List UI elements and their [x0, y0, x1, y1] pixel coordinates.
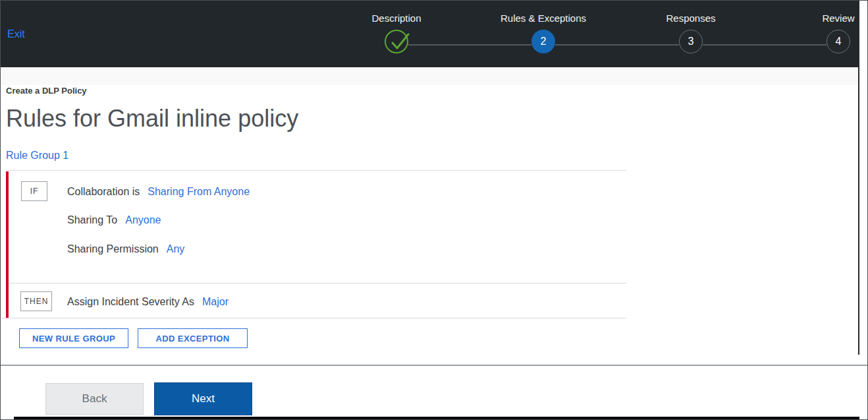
condition-value-link[interactable]: Anyone: [125, 214, 161, 225]
step-label: Rules & Exceptions: [477, 13, 609, 24]
step-rules-exceptions[interactable]: Rules & Exceptions 2: [477, 13, 609, 53]
new-rule-group-button[interactable]: NEW RULE GROUP: [19, 328, 128, 348]
subheader-strip: [1, 67, 858, 85]
condition-row: Collaboration isSharing From Anyone: [67, 186, 250, 198]
step-label: Responses: [625, 13, 757, 24]
content-right-border: [858, 1, 859, 355]
then-badge: THEN: [20, 291, 52, 311]
step-circle-complete: [385, 30, 408, 53]
step-responses[interactable]: Responses 3: [625, 13, 757, 53]
next-button[interactable]: Next: [154, 382, 252, 415]
rule-bottom-divider: [2, 318, 626, 318]
if-then-divider: [9, 283, 626, 284]
wizard-header-bar: Exit Description Rules & Exceptions 2 Re…: [1, 1, 858, 67]
rule-group-link[interactable]: Rule Group 1: [6, 150, 68, 162]
step-number: 2: [541, 36, 547, 47]
condition-row: Sharing PermissionAny: [67, 243, 184, 255]
page-title: Rules for Gmail inline policy: [6, 105, 298, 133]
dlp-policy-wizard-window: Exit Description Rules & Exceptions 2 Re…: [0, 0, 868, 420]
back-button[interactable]: Back: [45, 383, 144, 415]
step-description[interactable]: Description: [331, 13, 462, 53]
condition-text: Sharing Permission: [67, 243, 159, 255]
bottom-window-edge: [14, 417, 859, 420]
action-row: Assign Incident Severity AsMajor: [67, 296, 229, 308]
action-text: Assign Incident Severity As: [67, 296, 194, 307]
footer-divider: [1, 365, 868, 366]
rule-accent-bar: [6, 171, 9, 318]
condition-value-link[interactable]: Sharing From Anyone: [148, 186, 250, 197]
step-label: Description: [331, 13, 462, 24]
add-exception-button[interactable]: ADD EXCEPTION: [138, 328, 248, 348]
condition-text: Collaboration is: [67, 186, 140, 197]
step-circle-upcoming: 4: [827, 30, 850, 53]
rule-group-divider: [6, 170, 626, 171]
wizard-eyebrow-title: Create a DLP Policy: [6, 86, 87, 96]
step-review[interactable]: Review 4: [773, 13, 868, 53]
check-icon: [385, 26, 414, 55]
step-circle-active: 2: [531, 30, 555, 53]
step-number: 4: [836, 36, 842, 47]
if-badge: IF: [21, 181, 47, 201]
step-number: 3: [688, 36, 694, 47]
step-label: Review: [773, 13, 868, 24]
condition-value-link[interactable]: Any: [167, 243, 185, 255]
condition-text: Sharing To: [67, 214, 117, 225]
step-circle-upcoming: 3: [679, 30, 703, 53]
action-value-link[interactable]: Major: [202, 296, 229, 307]
condition-row: Sharing ToAnyone: [67, 214, 161, 226]
exit-link[interactable]: Exit: [7, 28, 25, 40]
